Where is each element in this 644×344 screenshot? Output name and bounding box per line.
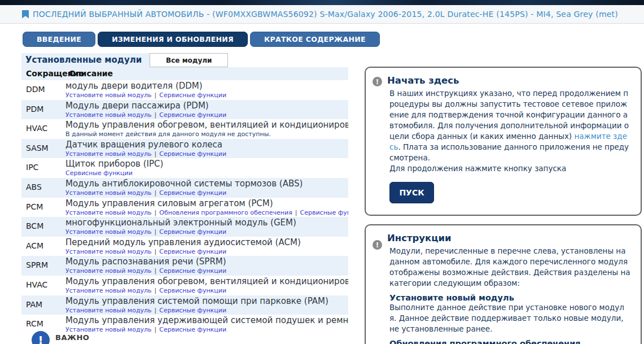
module-actions: Установите новый модуль|Сервисные функци… bbox=[65, 306, 348, 315]
module-action-link[interactable]: Сервисные функции bbox=[159, 267, 226, 275]
module-action-link[interactable]: Сервисные функции bbox=[159, 111, 226, 119]
module-action-link[interactable]: Сервисные функции bbox=[159, 307, 226, 314]
start-here-body: В наших инструкциях указано, что перед п… bbox=[389, 88, 630, 174]
instruction-section-heading: Обновления программного обеспечения bbox=[389, 339, 630, 344]
module-title: Датчик вращения рулевого колеса bbox=[65, 140, 348, 150]
module-action-link[interactable]: Сервисные функции bbox=[159, 92, 226, 99]
tab-0[interactable]: ВВЕДЕНИЕ bbox=[23, 32, 95, 47]
module-action-link[interactable]: Обновления программного обеспечения bbox=[159, 209, 292, 216]
instruction-section-text: Выполните данное действие при установке … bbox=[389, 302, 630, 334]
module-action-link[interactable]: Установите новый модуль bbox=[65, 248, 152, 255]
modules-table: Сокращение Описание DDMмодуль двери води… bbox=[21, 67, 348, 334]
module-description-cell: Щиток приборов (IPC)Сервисные функции bbox=[65, 158, 348, 178]
module-abbreviation: HVAC bbox=[21, 119, 65, 139]
module-abbreviation: PDM bbox=[21, 100, 65, 120]
module-description-cell: Модуль распознавания речи (SPRM)Установи… bbox=[65, 256, 348, 276]
tab-2[interactable]: КРАТКОЕ СОДЕРЖАНИЕ bbox=[250, 32, 380, 47]
module-actions: Установите новый модуль|Сервисные функци… bbox=[65, 325, 348, 334]
last-vehicle-title[interactable]: ПОСЛЕДНИЙ ВЫБРАННЫЙ АВТОМОБИЛЬ - (WF0MXX… bbox=[33, 10, 618, 19]
instructions-title: Инструкции bbox=[387, 233, 630, 243]
modules-column: Установленные модули Все модули Сокращен… bbox=[21, 53, 348, 334]
module-subtabs: Установленные модули Все модули bbox=[21, 53, 348, 67]
module-abbreviation: SASM bbox=[21, 139, 65, 159]
module-title: Модуль управления удерживающей системой … bbox=[65, 315, 348, 325]
module-action-link[interactable]: Сервисные функции bbox=[159, 150, 226, 158]
module-description-cell: Модуль управления удерживающей системой … bbox=[65, 315, 348, 334]
module-abbreviation: PAM bbox=[21, 295, 65, 315]
module-abbreviation: HVAC bbox=[21, 276, 65, 295]
link-separator: | bbox=[152, 307, 160, 314]
module-action-link[interactable]: Установите новый модуль bbox=[65, 92, 152, 99]
module-action-link[interactable]: Сервисные функции bbox=[159, 189, 226, 197]
module-action-link[interactable]: Сервисные функции bbox=[159, 248, 226, 255]
module-title: Щиток приборов (IPC) bbox=[65, 159, 348, 169]
launch-button[interactable]: ПУСК bbox=[389, 182, 434, 203]
module-title: Модуль управления силовым агрегатом (PCM… bbox=[65, 198, 348, 208]
module-abbreviation: ACM bbox=[21, 237, 65, 256]
table-row: PDMМодуль двери пассажира (PDM)Установит… bbox=[21, 100, 348, 120]
module-action-link[interactable]: Сервисные функции bbox=[159, 326, 226, 333]
module-abbreviation: IPC bbox=[21, 158, 65, 178]
module-action-link[interactable]: Сервисные функции bbox=[65, 169, 133, 177]
module-description-cell: модуль двери водителя (DDM)Установите но… bbox=[65, 80, 348, 100]
link-separator: | bbox=[152, 326, 160, 333]
bookmark-icon bbox=[22, 10, 29, 19]
link-separator: | bbox=[152, 267, 160, 275]
info-icon: ! bbox=[373, 77, 382, 86]
module-action-link[interactable]: Сервисные функции bbox=[300, 209, 348, 216]
link-separator: | bbox=[152, 92, 160, 99]
info-panels: ! Начать здесь В наших инструкциях указа… bbox=[365, 67, 642, 344]
module-action-link[interactable]: Установите новый модуль bbox=[65, 307, 152, 314]
module-abbreviation: BCM bbox=[21, 217, 65, 237]
module-description-cell: Передний модуль управления аудиосистемой… bbox=[65, 237, 348, 256]
module-description-cell: Модуль антиблокировочной системы тормозо… bbox=[65, 178, 348, 198]
module-actions: Установите новый модуль|Сервисные функци… bbox=[65, 267, 348, 275]
table-row: ABSМодуль антиблокировочной системы торм… bbox=[21, 178, 348, 198]
module-action-link[interactable]: Установите новый модуль bbox=[65, 287, 152, 294]
module-title: Модуль распознавания речи (SPRM) bbox=[65, 256, 348, 267]
module-actions: Сервисные функции bbox=[65, 169, 348, 177]
module-description-cell: Модуль двери пассажира (PDM)Установите н… bbox=[65, 100, 348, 120]
instructions-panel: ! Инструкции Модули, перечисленные в пер… bbox=[365, 224, 642, 344]
link-separator: | bbox=[292, 209, 300, 216]
module-actions: Установите новый модуль|Сервисные функци… bbox=[65, 150, 348, 158]
start-here-line2: Для продолжения нажмите кнопку запуска bbox=[389, 163, 630, 174]
module-action-link[interactable]: Установите новый модуль bbox=[65, 111, 152, 119]
exclamation-icon: ! bbox=[32, 331, 50, 344]
module-title: Модуль управления обогревом, вентиляцией… bbox=[65, 120, 348, 130]
tab-1[interactable]: ИЗМЕНЕНИЯ И ОБНОВЛЕНИЯ bbox=[98, 32, 248, 47]
module-description-cell: многофункциональный электронный модуль (… bbox=[65, 217, 348, 237]
table-row: PAMМодуль управления системой помощи при… bbox=[21, 295, 348, 315]
module-action-link[interactable]: Установите новый модуль bbox=[65, 150, 152, 158]
module-description-cell: Модуль управления силовым агрегатом (PCM… bbox=[65, 198, 348, 217]
module-action-link[interactable]: Установите новый модуль bbox=[65, 209, 152, 216]
table-row: PCMМодуль управления силовым агрегатом (… bbox=[21, 198, 348, 217]
module-action-link[interactable]: Установите новый модуль bbox=[65, 189, 152, 197]
link-separator: | bbox=[152, 209, 160, 216]
link-separator: | bbox=[152, 287, 160, 294]
module-description-cell: Модуль управления обогревом, вентиляцией… bbox=[65, 276, 348, 295]
module-abbreviation: SPRM bbox=[21, 256, 65, 276]
tab-bar: ВВЕДЕНИЕИЗМЕНЕНИЯ И ОБНОВЛЕНИЯКРАТКОЕ СО… bbox=[23, 32, 380, 47]
table-row: BCMмногофункциональный электронный модул… bbox=[21, 217, 348, 237]
module-action-link[interactable]: Сервисные функции bbox=[159, 287, 226, 294]
instruction-sections: Установите новый модульВыполните данное … bbox=[374, 293, 630, 344]
module-action-link[interactable]: Сервисные функции bbox=[159, 228, 226, 236]
table-row: ACMПередний модуль управления аудиосисте… bbox=[21, 237, 348, 256]
info-icon: ! bbox=[373, 240, 382, 250]
module-action-link[interactable]: Установите новый модуль bbox=[65, 228, 152, 236]
module-title: модуль двери водителя (DDM) bbox=[65, 81, 348, 91]
subtab-installed-modules[interactable]: Установленные модули bbox=[21, 53, 150, 67]
module-action-link[interactable]: Установите новый модуль bbox=[65, 267, 152, 275]
link-separator: | bbox=[152, 150, 160, 158]
table-row: SASMДатчик вращения рулевого колесаУстан… bbox=[21, 139, 348, 159]
module-title: Модуль антиблокировочной системы тормозо… bbox=[65, 178, 348, 189]
module-actions: Установите новый модуль|Сервисные функци… bbox=[65, 228, 348, 236]
module-abbreviation: PCM bbox=[21, 198, 65, 217]
modules-table-header: Сокращение Описание bbox=[21, 67, 348, 80]
start-here-text-after: . Плата за использование данного приложе… bbox=[389, 142, 629, 162]
module-title: Модуль управления обогревом, вентиляцией… bbox=[65, 276, 348, 286]
module-description-cell: Датчик вращения рулевого колесаУстановит… bbox=[65, 139, 348, 159]
subtab-all-modules[interactable]: Все модули bbox=[150, 53, 228, 67]
module-actions: Установите новый модуль|Сервисные функци… bbox=[65, 111, 348, 119]
